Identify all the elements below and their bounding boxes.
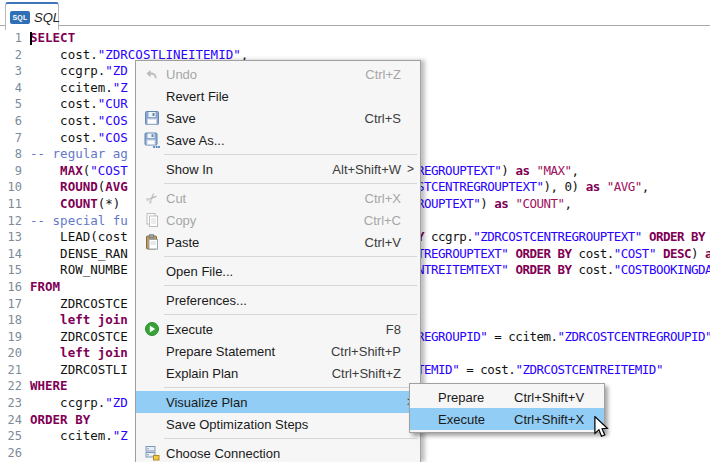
submenu-item-prepare[interactable]: PrepareCtrl+Shift+V — [410, 386, 604, 408]
menu-item-choose-connection[interactable]: Choose Connection — [136, 442, 420, 462]
save-icon — [138, 110, 166, 126]
menu-item-label: Paste — [166, 235, 365, 250]
line-number: 6 — [0, 113, 22, 130]
code-fragment: REGROUPTEXT") as "MAX", — [417, 163, 579, 180]
line-number: 11 — [0, 196, 22, 213]
execute-icon — [138, 321, 166, 337]
menu-item-execute[interactable]: ExecuteF8 — [136, 318, 420, 340]
menu-separator — [136, 253, 420, 260]
line-number: 25 — [0, 428, 22, 445]
choose-connection-icon — [138, 445, 166, 461]
menu-item-label: Preferences... — [166, 293, 401, 308]
undo-icon — [138, 66, 166, 82]
line-number: 14 — [0, 246, 22, 263]
menu-item-label: Prepare Statement — [166, 344, 331, 359]
line-number: 18 — [0, 312, 22, 329]
line-number: 15 — [0, 262, 22, 279]
submenu-item-label: Prepare — [438, 390, 514, 405]
menu-item-save-as[interactable]: Save As... — [136, 129, 420, 151]
visualize-plan-submenu: PrepareCtrl+Shift+VExecuteCtrl+Shift+X — [409, 383, 605, 433]
menu-item-label: Cut — [166, 191, 365, 206]
menu-separator — [136, 151, 420, 158]
menu-item-shortcut: Alt+Shift+W — [332, 162, 401, 177]
code-fragment: TEMID" = cost."ZDRCOSTCENTREITEMID" — [417, 362, 663, 379]
menu-item-label: Choose Connection — [166, 446, 401, 461]
line-number: 26 — [0, 445, 22, 462]
menu-item-undo: UndoCtrl+Z — [136, 63, 420, 85]
menu-item-visualize-plan[interactable]: Visualize Plan> — [136, 391, 420, 413]
tab-sql[interactable]: SQL SQL — [5, 2, 59, 30]
line-number: 20 — [0, 345, 22, 362]
code-fragment: TREGROUPTEXT" ORDER BY cost."COST" DESC)… — [417, 246, 710, 263]
menu-item-label: Execute — [166, 322, 386, 337]
line-number: 5 — [0, 96, 22, 113]
menu-item-label: Save Optimization Steps — [166, 417, 401, 432]
code-fragment: REGROUPID" = ccitem."ZDRCOSTCENTREGROUPI… — [417, 329, 710, 346]
submenu-item-label: Execute — [438, 412, 514, 427]
copy-icon — [138, 212, 166, 228]
menu-separator — [136, 282, 420, 289]
cut-icon: ✂ — [138, 190, 166, 206]
menu-item-shortcut: Ctrl+S — [365, 111, 401, 126]
code-fragment: Y ccgrp."ZDRCOSTCENTREGROUPTEXT" ORDER B… — [417, 229, 710, 246]
line-number: 12 — [0, 213, 22, 230]
menu-item-label: Open File... — [166, 264, 401, 279]
line-number: 2 — [0, 47, 22, 64]
menu-separator — [136, 435, 420, 442]
menu-item-copy: CopyCtrl+C — [136, 209, 420, 231]
menu-separator — [136, 311, 420, 318]
menu-item-label: Visualize Plan — [166, 395, 401, 410]
submenu-item-execute[interactable]: ExecuteCtrl+Shift+X — [410, 408, 604, 430]
save-as-icon — [138, 132, 166, 148]
line-number: 4 — [0, 80, 22, 97]
menu-item-shortcut: Ctrl+Shift+Z — [332, 366, 401, 381]
menu-item-label: Save As... — [166, 133, 401, 148]
menu-item-label: Show In — [166, 162, 332, 177]
menu-item-label: Explain Plan — [166, 366, 332, 381]
line-number: 19 — [0, 329, 22, 346]
line-number: 23 — [0, 395, 22, 412]
paste-icon — [138, 234, 166, 250]
line-number: 22 — [0, 378, 22, 395]
sql-file-icon: SQL — [10, 11, 30, 24]
menu-item-shortcut: F8 — [386, 322, 401, 337]
context-menu: UndoCtrl+ZRevert FileSaveCtrl+SSave As..… — [135, 60, 421, 462]
line-number: 9 — [0, 163, 22, 180]
menu-item-label: Revert File — [166, 89, 401, 104]
tabbar-bottom-border — [0, 25, 710, 26]
menu-item-revert-file[interactable]: Revert File — [136, 85, 420, 107]
menu-item-show-in[interactable]: Show InAlt+Shift+W> — [136, 158, 420, 180]
menu-item-open-file[interactable]: Open File... — [136, 260, 420, 282]
line-number: 21 — [0, 362, 22, 379]
menu-item-save[interactable]: SaveCtrl+S — [136, 107, 420, 129]
mouse-cursor-icon — [592, 416, 610, 442]
menu-item-explain-plan[interactable]: Explain PlanCtrl+Shift+Z — [136, 362, 420, 384]
menu-item-prepare-statement[interactable]: Prepare StatementCtrl+Shift+P — [136, 340, 420, 362]
menu-item-shortcut: Ctrl+C — [364, 213, 401, 228]
line-number: 8 — [0, 146, 22, 163]
menu-item-save-optimization-steps[interactable]: Save Optimization Steps — [136, 413, 420, 435]
line-number: 17 — [0, 296, 22, 313]
submenu-arrow-icon: > — [401, 162, 414, 176]
menu-item-paste[interactable]: PasteCtrl+V — [136, 231, 420, 253]
tab-label: SQL — [34, 10, 60, 25]
line-number: 1 — [0, 30, 22, 47]
menu-separator — [136, 180, 420, 187]
submenu-item-shortcut: Ctrl+Shift+X — [514, 412, 584, 427]
line-number: 7 — [0, 130, 22, 147]
submenu-item-shortcut: Ctrl+Shift+V — [514, 390, 584, 405]
text-caret — [30, 32, 32, 45]
menu-item-shortcut: Ctrl+Shift+P — [331, 344, 401, 359]
code-fragment: STCENTREGROUPTEXT"), 0) as "AVG", — [417, 179, 649, 196]
line-number: 3 — [0, 63, 22, 80]
line-number: 10 — [0, 179, 22, 196]
menu-item-label: Copy — [166, 213, 364, 228]
line-number: 24 — [0, 412, 22, 429]
line-number: 13 — [0, 229, 22, 246]
menu-item-shortcut: Ctrl+V — [365, 235, 401, 250]
menu-item-preferences[interactable]: Preferences... — [136, 289, 420, 311]
menu-separator — [136, 384, 420, 391]
menu-item-label: Undo — [166, 67, 365, 82]
line-number: 16 — [0, 279, 22, 296]
menu-item-cut: ✂CutCtrl+X — [136, 187, 420, 209]
